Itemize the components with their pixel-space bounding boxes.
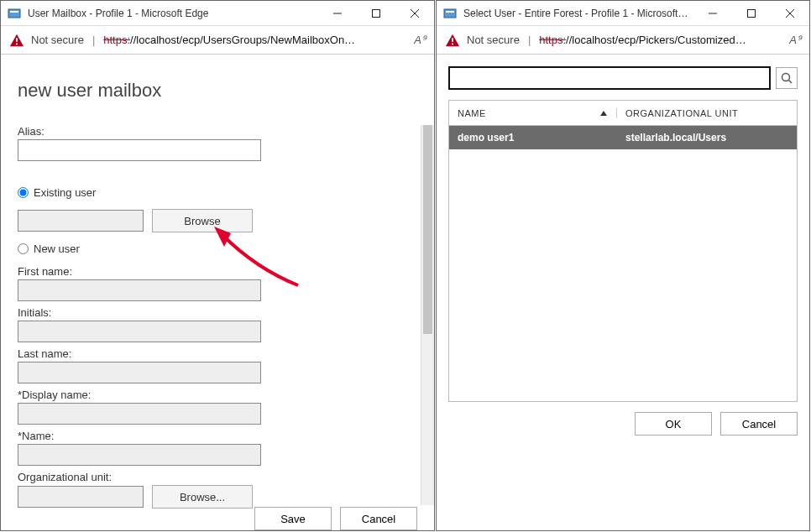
- window-select-user: Select User - Entire Forest - Profile 1 …: [436, 0, 810, 531]
- svg-rect-8: [16, 43, 18, 44]
- initials-input: [18, 321, 261, 342]
- browse-org-unit-button[interactable]: Browse...: [152, 485, 253, 509]
- last-name-input: [18, 362, 261, 383]
- existing-user-radio-row: Existing user: [18, 186, 417, 199]
- col-name[interactable]: NAME: [449, 108, 617, 118]
- ok-button[interactable]: OK: [635, 412, 712, 436]
- last-name-label: Last name:: [18, 347, 417, 360]
- cell-ou: stellarlab.local/Users: [617, 132, 797, 143]
- svg-rect-12: [748, 9, 756, 17]
- browse-existing-button[interactable]: Browse: [152, 209, 253, 232]
- close-button[interactable]: [395, 1, 434, 26]
- addr-separator: |: [528, 34, 531, 46]
- window-title: Select User - Entire Forest - Profile 1 …: [463, 8, 690, 19]
- initials-label: Initials:: [18, 306, 417, 319]
- not-secure-label: Not secure: [31, 34, 84, 46]
- svg-rect-0: [8, 9, 20, 18]
- titlebar-left: User Mailbox - Profile 1 - Microsoft Edg…: [1, 1, 434, 26]
- alias-input[interactable]: [18, 139, 261, 161]
- col-ou[interactable]: ORGANIZATIONAL UNIT: [617, 108, 797, 118]
- first-name-label: First name:: [18, 265, 417, 278]
- svg-rect-17: [452, 43, 453, 44]
- window-user-mailbox: User Mailbox - Profile 1 - Microsoft Edg…: [0, 0, 435, 531]
- window-controls: [318, 1, 434, 26]
- table-row[interactable]: demo user1stellarlab.local/Users: [449, 126, 797, 149]
- svg-rect-10: [446, 11, 454, 13]
- svg-rect-16: [452, 38, 453, 42]
- display-name-input: [18, 403, 261, 425]
- search-input[interactable]: [448, 66, 771, 90]
- search-button[interactable]: [776, 67, 798, 89]
- not-secure-label: Not secure: [467, 34, 520, 46]
- page-title: new user mailbox: [1, 56, 434, 120]
- existing-user-input: [18, 210, 144, 232]
- svg-rect-3: [373, 9, 380, 17]
- svg-rect-7: [16, 38, 18, 42]
- window-controls: [693, 1, 809, 26]
- new-user-radio[interactable]: [18, 243, 29, 254]
- first-name-input: [18, 279, 261, 301]
- name-input: [18, 444, 261, 466]
- existing-user-radio[interactable]: [18, 187, 29, 198]
- picker-body: NAME ORGANIZATIONAL UNIT demo user1stell…: [437, 55, 809, 447]
- minimize-button[interactable]: [318, 1, 357, 26]
- svg-marker-20: [600, 111, 607, 116]
- alias-label: Alias:: [18, 125, 417, 138]
- svg-point-18: [782, 74, 790, 81]
- read-aloud-icon[interactable]: A⁹: [789, 34, 801, 46]
- existing-user-label: Existing user: [34, 186, 96, 199]
- maximize-button[interactable]: [357, 1, 395, 26]
- not-secure-icon: [9, 33, 24, 48]
- new-user-radio-row: New user: [18, 243, 417, 255]
- results-grid: NAME ORGANIZATIONAL UNIT demo user1stell…: [448, 100, 798, 402]
- edge-app-icon: [443, 7, 457, 20]
- cancel-button[interactable]: Cancel: [720, 412, 798, 436]
- org-unit-label: Organizational unit:: [18, 471, 417, 483]
- address-bar-right: Not secure | https://localhost/ecp/Picke…: [437, 26, 809, 55]
- save-button[interactable]: Save: [254, 507, 332, 530]
- maximize-button[interactable]: [732, 1, 771, 26]
- display-name-label: *Display name:: [18, 389, 417, 401]
- svg-rect-1: [10, 11, 18, 13]
- edge-app-icon: [8, 7, 21, 20]
- window-title: User Mailbox - Profile 1 - Microsoft Edg…: [28, 8, 208, 19]
- close-button[interactable]: [771, 1, 809, 26]
- not-secure-icon: [445, 33, 460, 48]
- minimize-button[interactable]: [693, 1, 732, 26]
- svg-rect-9: [444, 9, 456, 18]
- org-unit-input: [18, 486, 144, 508]
- svg-line-19: [789, 81, 793, 84]
- grid-body: demo user1stellarlab.local/Users: [449, 126, 797, 401]
- sort-asc-icon: [599, 109, 608, 117]
- address-url[interactable]: https://localhost/ecp/Pickers/Customized…: [539, 34, 781, 46]
- cell-name: demo user1: [449, 132, 617, 143]
- titlebar-right: Select User - Entire Forest - Profile 1 …: [437, 1, 809, 26]
- scrollbar[interactable]: [421, 125, 434, 505]
- grid-header: NAME ORGANIZATIONAL UNIT: [449, 101, 797, 126]
- address-bar-left: Not secure | https://localhost/ecp/Users…: [1, 26, 434, 55]
- new-user-label: New user: [34, 243, 80, 255]
- col-name-label: NAME: [458, 108, 486, 118]
- name-label: *Name:: [18, 430, 417, 442]
- address-url[interactable]: https://localhost/ecp/UsersGroups/NewMai…: [103, 34, 406, 46]
- cancel-button[interactable]: Cancel: [340, 507, 417, 530]
- read-aloud-icon[interactable]: A⁹: [414, 34, 426, 46]
- search-icon: [781, 72, 793, 84]
- addr-separator: |: [92, 34, 95, 46]
- scrollbar-thumb[interactable]: [423, 125, 432, 334]
- form-area: Alias: Existing user Browse New user Fir…: [1, 125, 434, 530]
- content-area: new user mailbox Alias: Existing user Br…: [1, 56, 434, 530]
